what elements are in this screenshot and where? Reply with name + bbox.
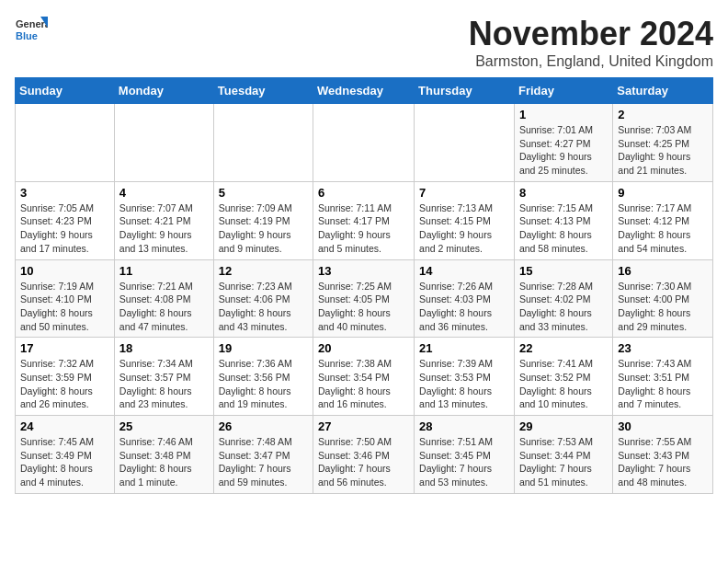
day-cell: 8Sunrise: 7:15 AM Sunset: 4:13 PM Daylig… [514,181,612,259]
day-number: 27 [318,419,409,433]
day-cell: 6Sunrise: 7:11 AM Sunset: 4:17 PM Daylig… [313,181,415,259]
day-info: Sunrise: 7:46 AM Sunset: 3:48 PM Dayligh… [119,435,209,489]
day-cell: 24Sunrise: 7:45 AM Sunset: 3:49 PM Dayli… [16,416,115,494]
day-number: 5 [219,186,308,200]
day-info: Sunrise: 7:39 AM Sunset: 3:53 PM Dayligh… [419,357,509,411]
day-number: 6 [318,186,409,200]
day-cell: 17Sunrise: 7:32 AM Sunset: 3:59 PM Dayli… [16,338,115,416]
col-header-monday: Monday [114,78,213,104]
day-cell: 9Sunrise: 7:17 AM Sunset: 4:12 PM Daylig… [613,181,713,259]
header: General Blue November 2024 Barmston, Eng… [15,15,713,70]
week-row-1: 1Sunrise: 7:01 AM Sunset: 4:27 PM Daylig… [16,104,713,182]
day-number: 28 [419,419,509,433]
month-title: November 2024 [469,15,713,53]
day-number: 23 [618,341,708,355]
day-info: Sunrise: 7:32 AM Sunset: 3:59 PM Dayligh… [20,357,109,411]
col-header-thursday: Thursday [415,78,515,104]
col-header-wednesday: Wednesday [313,78,415,104]
week-row-2: 3Sunrise: 7:05 AM Sunset: 4:23 PM Daylig… [16,181,713,259]
day-info: Sunrise: 7:11 AM Sunset: 4:17 PM Dayligh… [318,201,409,256]
day-info: Sunrise: 7:36 AM Sunset: 3:56 PM Dayligh… [219,357,308,411]
day-info: Sunrise: 7:19 AM Sunset: 4:10 PM Dayligh… [20,280,109,334]
day-cell [415,104,515,182]
day-cell: 2Sunrise: 7:03 AM Sunset: 4:25 PM Daylig… [613,104,713,182]
day-number: 2 [618,108,708,121]
title-area: November 2024 Barmston, England, United … [469,15,713,70]
day-info: Sunrise: 7:34 AM Sunset: 3:57 PM Dayligh… [119,357,209,411]
day-cell: 11Sunrise: 7:21 AM Sunset: 4:08 PM Dayli… [114,259,213,338]
day-cell: 20Sunrise: 7:38 AM Sunset: 3:54 PM Dayli… [313,338,415,416]
day-cell: 23Sunrise: 7:43 AM Sunset: 3:51 PM Dayli… [613,338,713,416]
day-number: 21 [419,341,509,355]
day-cell: 14Sunrise: 7:26 AM Sunset: 4:03 PM Dayli… [415,259,515,338]
day-number: 11 [119,264,209,278]
day-number: 3 [20,186,109,200]
day-info: Sunrise: 7:30 AM Sunset: 4:00 PM Dayligh… [618,280,708,334]
day-number: 9 [618,186,708,200]
day-number: 25 [119,419,209,433]
day-info: Sunrise: 7:03 AM Sunset: 4:25 PM Dayligh… [618,123,708,178]
day-cell: 1Sunrise: 7:01 AM Sunset: 4:27 PM Daylig… [514,104,612,182]
day-info: Sunrise: 7:48 AM Sunset: 3:47 PM Dayligh… [219,435,308,489]
day-cell [114,104,213,182]
col-header-saturday: Saturday [613,78,713,104]
day-cell: 30Sunrise: 7:55 AM Sunset: 3:43 PM Dayli… [613,416,713,494]
day-info: Sunrise: 7:26 AM Sunset: 4:03 PM Dayligh… [419,280,509,334]
day-info: Sunrise: 7:41 AM Sunset: 3:52 PM Dayligh… [519,357,608,411]
logo: General Blue [15,15,48,48]
svg-text:Blue: Blue [16,30,38,41]
day-number: 13 [318,264,409,278]
calendar-table: SundayMondayTuesdayWednesdayThursdayFrid… [15,77,713,494]
day-info: Sunrise: 7:55 AM Sunset: 3:43 PM Dayligh… [618,435,708,489]
day-cell: 4Sunrise: 7:07 AM Sunset: 4:21 PM Daylig… [114,181,213,259]
day-number: 24 [20,419,109,433]
day-cell: 29Sunrise: 7:53 AM Sunset: 3:44 PM Dayli… [514,416,612,494]
day-number: 20 [318,341,409,355]
week-row-3: 10Sunrise: 7:19 AM Sunset: 4:10 PM Dayli… [16,259,713,338]
day-number: 18 [119,341,209,355]
col-header-tuesday: Tuesday [213,78,313,104]
day-number: 29 [519,419,608,433]
day-number: 14 [419,264,509,278]
day-info: Sunrise: 7:05 AM Sunset: 4:23 PM Dayligh… [20,201,109,256]
day-cell: 15Sunrise: 7:28 AM Sunset: 4:02 PM Dayli… [514,259,612,338]
day-info: Sunrise: 7:53 AM Sunset: 3:44 PM Dayligh… [519,435,608,489]
col-header-friday: Friday [514,78,612,104]
day-number: 4 [119,186,209,200]
day-number: 22 [519,341,608,355]
day-info: Sunrise: 7:50 AM Sunset: 3:46 PM Dayligh… [318,435,409,489]
week-row-4: 17Sunrise: 7:32 AM Sunset: 3:59 PM Dayli… [16,338,713,416]
day-cell: 21Sunrise: 7:39 AM Sunset: 3:53 PM Dayli… [415,338,515,416]
day-cell: 27Sunrise: 7:50 AM Sunset: 3:46 PM Dayli… [313,416,415,494]
day-number: 15 [519,264,608,278]
day-number: 19 [219,341,308,355]
day-number: 8 [519,186,608,200]
day-info: Sunrise: 7:07 AM Sunset: 4:21 PM Dayligh… [119,201,209,256]
day-cell: 19Sunrise: 7:36 AM Sunset: 3:56 PM Dayli… [213,338,313,416]
day-cell [16,104,115,182]
day-cell: 3Sunrise: 7:05 AM Sunset: 4:23 PM Daylig… [16,181,115,259]
day-info: Sunrise: 7:43 AM Sunset: 3:51 PM Dayligh… [618,357,708,411]
day-info: Sunrise: 7:15 AM Sunset: 4:13 PM Dayligh… [519,201,608,256]
day-cell: 22Sunrise: 7:41 AM Sunset: 3:52 PM Dayli… [514,338,612,416]
day-cell [213,104,313,182]
day-info: Sunrise: 7:28 AM Sunset: 4:02 PM Dayligh… [519,280,608,334]
day-cell: 5Sunrise: 7:09 AM Sunset: 4:19 PM Daylig… [213,181,313,259]
day-number: 7 [419,186,509,200]
day-number: 10 [20,264,109,278]
col-header-sunday: Sunday [16,78,115,104]
day-info: Sunrise: 7:01 AM Sunset: 4:27 PM Dayligh… [519,123,608,178]
day-cell: 28Sunrise: 7:51 AM Sunset: 3:45 PM Dayli… [415,416,515,494]
day-cell: 18Sunrise: 7:34 AM Sunset: 3:57 PM Dayli… [114,338,213,416]
day-cell: 16Sunrise: 7:30 AM Sunset: 4:00 PM Dayli… [613,259,713,338]
day-cell: 26Sunrise: 7:48 AM Sunset: 3:47 PM Dayli… [213,416,313,494]
day-info: Sunrise: 7:45 AM Sunset: 3:49 PM Dayligh… [20,435,109,489]
location: Barmston, England, United Kingdom [469,53,713,70]
day-cell: 12Sunrise: 7:23 AM Sunset: 4:06 PM Dayli… [213,259,313,338]
calendar-header-row: SundayMondayTuesdayWednesdayThursdayFrid… [16,78,713,104]
day-cell: 25Sunrise: 7:46 AM Sunset: 3:48 PM Dayli… [114,416,213,494]
day-cell: 7Sunrise: 7:13 AM Sunset: 4:15 PM Daylig… [415,181,515,259]
day-cell [313,104,415,182]
day-info: Sunrise: 7:38 AM Sunset: 3:54 PM Dayligh… [318,357,409,411]
day-cell: 10Sunrise: 7:19 AM Sunset: 4:10 PM Dayli… [16,259,115,338]
